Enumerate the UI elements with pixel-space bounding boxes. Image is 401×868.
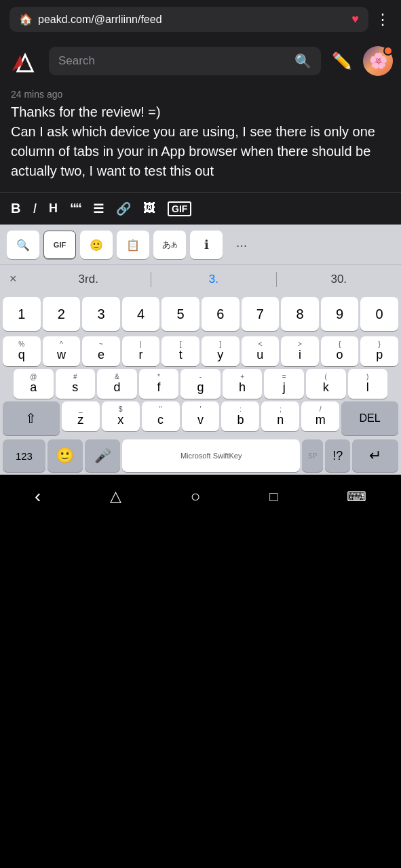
delete-key[interactable]: DEL bbox=[341, 401, 398, 435]
list-button[interactable]: ☰ bbox=[93, 201, 104, 216]
enter-key[interactable]: ↵ bbox=[352, 439, 398, 472]
key-4[interactable]: 4 bbox=[122, 297, 160, 331]
navigation-bar: ‹ △ ○ □ ⌨ bbox=[0, 475, 401, 522]
app-header: Search 🔍 ✏️ 🌸 bbox=[0, 39, 401, 83]
number-row: 1 2 3 4 5 6 7 8 9 0 bbox=[0, 293, 401, 335]
key-h[interactable]: +h bbox=[223, 369, 263, 399]
qwerty-row-1: %q ^w ~e |r [t ]y <u >i {o }p bbox=[0, 335, 401, 368]
browser-menu-dots[interactable]: ⋮ bbox=[375, 11, 392, 28]
peakd-logo-svg bbox=[9, 45, 41, 77]
kb-more-button[interactable]: ··· bbox=[227, 231, 256, 259]
key-3[interactable]: 3 bbox=[82, 297, 120, 331]
qwerty-row-3: ⇧ _z $x "c 'v :b ;n /m DEL bbox=[0, 400, 401, 437]
search-bar[interactable]: Search 🔍 bbox=[49, 47, 321, 75]
comment-text: Thanks for the review! =) Can I ask whic… bbox=[11, 102, 390, 192]
key-r[interactable]: |r bbox=[122, 336, 160, 366]
search-placeholder: Search bbox=[58, 54, 289, 68]
nav-recents[interactable]: □ bbox=[256, 485, 291, 509]
italic-button[interactable]: I bbox=[33, 201, 37, 216]
numbers-key[interactable]: 123 bbox=[3, 439, 45, 472]
key-m[interactable]: /m bbox=[301, 401, 339, 431]
kb-info-button[interactable]: ℹ bbox=[190, 231, 223, 259]
key-9[interactable]: 9 bbox=[321, 297, 359, 331]
search-icon[interactable]: 🔍 bbox=[294, 53, 311, 69]
kb-clipboard-button[interactable]: 📋 bbox=[117, 231, 149, 259]
gif-button[interactable]: GIF bbox=[168, 201, 191, 216]
key-i[interactable]: >i bbox=[281, 336, 319, 366]
punctuation-key[interactable]: !? bbox=[325, 439, 350, 472]
suggestion-1[interactable]: 3rd. bbox=[26, 270, 151, 289]
key-e[interactable]: ~e bbox=[82, 336, 120, 366]
key-a[interactable]: @a bbox=[14, 369, 54, 399]
keyboard-bottom-row: 123 🙂 🎤 Microsoft SwiftKey SP !? ↵ bbox=[0, 437, 401, 475]
key-t[interactable]: [t bbox=[161, 336, 199, 366]
key-l[interactable]: )l bbox=[348, 369, 388, 399]
editor-toolbar: B I H ““ ☰ 🔗 🖼 GIF bbox=[0, 192, 401, 224]
key-u[interactable]: <u bbox=[242, 336, 280, 366]
mic-key[interactable]: 🎤 bbox=[85, 439, 120, 472]
kb-search-button[interactable]: 🔍 bbox=[7, 231, 39, 259]
key-8[interactable]: 8 bbox=[281, 297, 319, 331]
key-6[interactable]: 6 bbox=[202, 297, 240, 331]
key-k[interactable]: (k bbox=[306, 369, 346, 399]
app-logo[interactable] bbox=[8, 44, 42, 78]
suggestions-close[interactable]: × bbox=[0, 269, 26, 289]
key-s[interactable]: #s bbox=[56, 369, 96, 399]
quote-button[interactable]: ““ bbox=[70, 201, 81, 216]
nav-soft-back[interactable]: △ bbox=[96, 484, 135, 509]
suggestions-bar: × 3rd. 3. 30. bbox=[0, 264, 401, 293]
key-q[interactable]: %q bbox=[3, 336, 41, 366]
key-0[interactable]: 0 bbox=[360, 297, 398, 331]
notification-dot bbox=[383, 46, 393, 56]
key-7[interactable]: 7 bbox=[242, 297, 280, 331]
avatar-image: 🌸 bbox=[369, 52, 387, 70]
spacebar[interactable]: Microsoft SwiftKey bbox=[122, 439, 300, 472]
key-o[interactable]: {o bbox=[321, 336, 359, 366]
home-icon: 🏠 bbox=[19, 13, 33, 26]
suggestion-3[interactable]: 30. bbox=[277, 270, 401, 289]
compose-button[interactable]: ✏️ bbox=[328, 47, 356, 75]
key-z[interactable]: _z bbox=[62, 401, 100, 431]
key-f[interactable]: *f bbox=[139, 369, 179, 399]
key-x[interactable]: $x bbox=[102, 401, 140, 431]
key-n[interactable]: ;n bbox=[261, 401, 299, 431]
more-punct-icon: !? bbox=[332, 449, 343, 463]
key-d[interactable]: &d bbox=[97, 369, 137, 399]
key-2[interactable]: 2 bbox=[43, 297, 81, 331]
heart-icon[interactable]: ♥ bbox=[351, 12, 359, 26]
bold-button[interactable]: B bbox=[11, 201, 20, 216]
key-w[interactable]: ^w bbox=[43, 336, 81, 366]
comment-area: 24 mins ago Thanks for the review! =) Ca… bbox=[0, 83, 401, 192]
url-bar[interactable]: 🏠 peakd.com/@arrliinn/feed ♥ bbox=[9, 7, 368, 32]
browser-bar: 🏠 peakd.com/@arrliinn/feed ♥ ⋮ bbox=[0, 0, 401, 39]
nav-home[interactable]: ○ bbox=[177, 483, 214, 510]
nav-keyboard[interactable]: ⌨ bbox=[333, 484, 380, 509]
image-button[interactable]: 🖼 bbox=[143, 201, 155, 216]
suggestion-2[interactable]: 3. bbox=[151, 270, 276, 289]
key-y[interactable]: ]y bbox=[202, 336, 240, 366]
key-b[interactable]: :b bbox=[221, 401, 259, 431]
kb-gif-button[interactable]: GIF bbox=[43, 231, 76, 259]
key-p[interactable]: }p bbox=[360, 336, 398, 366]
url-text: peakd.com/@arrliinn/feed bbox=[38, 14, 346, 26]
comment-timestamp: 24 mins ago bbox=[11, 83, 390, 102]
key-g[interactable]: -g bbox=[180, 369, 221, 399]
link-button[interactable]: 🔗 bbox=[116, 201, 131, 216]
nav-back-button[interactable]: ‹ bbox=[21, 481, 54, 511]
kb-emoji-button[interactable]: 🙂 bbox=[80, 231, 113, 259]
key-c[interactable]: "c bbox=[142, 401, 180, 431]
key-j[interactable]: =j bbox=[264, 369, 304, 399]
key-5[interactable]: 5 bbox=[161, 297, 199, 331]
key-1[interactable]: 1 bbox=[3, 297, 41, 331]
key-v[interactable]: 'v bbox=[182, 401, 220, 431]
qwerty-row-2: @a #s &d *f -g +h =j (k )l bbox=[0, 368, 401, 400]
keyboard-toolbar: 🔍 GIF 🙂 📋 ああ ℹ ··· bbox=[0, 224, 401, 264]
emoji-key[interactable]: 🙂 bbox=[47, 439, 83, 472]
heading-button[interactable]: H bbox=[49, 201, 58, 216]
kb-translate-button[interactable]: ああ bbox=[153, 231, 186, 259]
sp-label-key: SP bbox=[302, 439, 323, 472]
shift-key[interactable]: ⇧ bbox=[3, 401, 60, 435]
avatar-wrapper[interactable]: 🌸 bbox=[363, 46, 393, 76]
